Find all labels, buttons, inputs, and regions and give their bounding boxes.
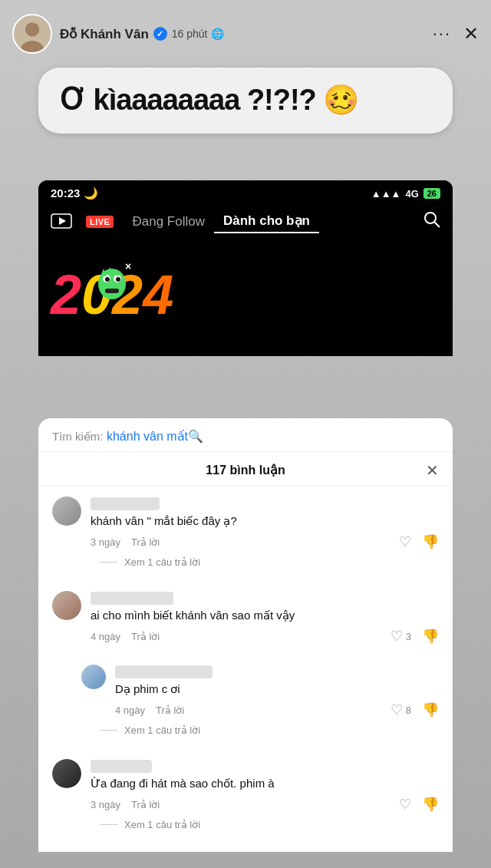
- comment-actions: ♡ 3 👎: [390, 628, 439, 645]
- battery-badge: 26: [423, 188, 440, 199]
- phone-bottom: [38, 348, 453, 356]
- comment-time: 4 ngày: [91, 631, 120, 642]
- heart-icon: ♡: [390, 701, 403, 718]
- comment-avatar: [52, 591, 81, 620]
- like-button[interactable]: ♡ 3: [390, 628, 411, 645]
- reply-line: [100, 562, 118, 563]
- comment-body: ░░░░░░░░ khánh vân " mắt biếc đây ạ? 3 n…: [91, 497, 439, 550]
- reply-button[interactable]: Trả lời: [131, 536, 160, 548]
- nav-tab-following[interactable]: Đang Follow: [123, 211, 214, 233]
- comment-actions: ♡ 8 👎: [390, 701, 439, 718]
- digit-2a: 2: [51, 267, 81, 322]
- moon-icon: 🌙: [84, 186, 98, 200]
- reply-button[interactable]: Trả lời: [156, 705, 184, 716]
- search-button[interactable]: [423, 211, 440, 232]
- comment-meta: 3 ngày Trả lời ♡ 👎: [91, 796, 439, 813]
- view-replies-label: Xem 1 câu trả lời: [124, 724, 200, 736]
- nav-tab-for-you[interactable]: Dành cho bạn: [214, 210, 319, 233]
- signal-icon: ▲▲▲: [371, 188, 401, 200]
- network-type: 4G: [405, 188, 418, 200]
- comment-text: khánh vân " mắt biếc đây ạ?: [91, 513, 439, 529]
- view-replies-label: Xem 1 câu trả lời: [124, 819, 200, 830]
- comment-item: ░░░░░░░░░░ ai cho mình biết khánh vân sa…: [38, 580, 453, 648]
- comment-meta: 4 ngày Trả lời ♡ 3 👎: [91, 628, 439, 645]
- like-count: 3: [406, 631, 411, 642]
- bubble-text: Ơ kìaaaaaaaa ?!?!? 🥴: [60, 84, 358, 116]
- svg-point-13: [116, 277, 120, 282]
- view-replies-label: Xem 1 câu trả lời: [124, 556, 200, 568]
- dislike-button[interactable]: 👎: [422, 533, 439, 550]
- verified-icon: ✓: [153, 27, 167, 41]
- close-comments-button[interactable]: ✕: [426, 461, 439, 480]
- comments-header: 117 bình luận ✕: [38, 452, 453, 486]
- status-icons: ▲▲▲ 4G 26: [371, 188, 440, 200]
- comment-avatar: [81, 665, 106, 689]
- like-button[interactable]: ♡ 8: [390, 701, 411, 718]
- comment-username: ░░░░░░░░░░: [91, 592, 173, 605]
- comment-username: ░░░░░░░░░░░░: [115, 665, 213, 678]
- top-actions: ··· ✕: [433, 23, 479, 45]
- comment-text: ai cho mình biết khánh vân sao mất vậy: [91, 607, 439, 623]
- comment-text: Dạ phim c ơi: [115, 681, 439, 697]
- reply-button[interactable]: Trả lời: [131, 631, 160, 642]
- comment-section: Tìm kiếm: khánh vân mất🔍 117 bình luận ✕…: [38, 418, 453, 852]
- username: Đỗ Khánh Vân: [60, 26, 149, 42]
- svg-point-5: [425, 213, 436, 223]
- svg-point-1: [25, 22, 39, 36]
- svg-rect-14: [105, 289, 119, 293]
- comment-item: ░░░░░░░░ khánh vân " mắt biếc đây ạ? 3 n…: [38, 486, 453, 553]
- globe-icon: 🌐: [211, 28, 224, 40]
- search-bar: Tìm kiếm: khánh vân mất🔍: [38, 418, 453, 452]
- view-replies[interactable]: Xem 1 câu trả lời: [86, 721, 453, 742]
- reply-button[interactable]: Trả lời: [131, 799, 160, 810]
- comment-body: ░░░░░░░░░░ ai cho mình biết khánh vân sa…: [91, 591, 439, 645]
- reply-line: [100, 730, 118, 731]
- top-bar: Đỗ Khánh Vân ✓ 16 phút 🌐 ··· ✕: [0, 0, 491, 63]
- view-replies[interactable]: Xem 1 câu trả lời: [86, 553, 453, 574]
- view-replies[interactable]: Xem 1 câu trả lời: [86, 816, 453, 837]
- comments-count: 117 bình luận: [206, 463, 285, 477]
- like-button[interactable]: ♡: [399, 796, 411, 813]
- user-info: Đỗ Khánh Vân ✓ 16 phút 🌐: [60, 26, 433, 42]
- search-query: khánh vân mất🔍: [107, 430, 203, 443]
- phone-screen: 20:23 🌙 ▲▲▲ 4G 26 LIVE Đang Follow Dành …: [38, 180, 453, 356]
- close-button[interactable]: ✕: [463, 23, 479, 45]
- comment-item: ░░░░░░░░░░░░ Dạ phim c ơi 4 ngày Trả lời…: [38, 654, 453, 721]
- comment-text: Ừa đang đi hát mà sao chốt. phim à: [91, 775, 439, 791]
- live-badge: LIVE: [86, 216, 114, 228]
- comment-item: ░░░░░░░ Ừa đang đi hát mà sao chốt. phim…: [38, 748, 453, 816]
- time-ago: 16 phút: [172, 28, 208, 40]
- reply-line: [100, 824, 118, 825]
- comment-username: ░░░░░░░░: [91, 497, 160, 510]
- time-info: 16 phút 🌐: [172, 28, 224, 40]
- speech-bubble: Ơ kìaaaaaaaa ?!?!? 🥴: [38, 68, 453, 134]
- like-button[interactable]: ♡: [399, 533, 411, 550]
- dislike-button[interactable]: 👎: [422, 701, 439, 718]
- svg-marker-4: [59, 217, 66, 225]
- comment-time: 3 ngày: [91, 799, 120, 810]
- comment-actions: ♡ 👎: [399, 796, 439, 813]
- dislike-button[interactable]: 👎: [422, 796, 439, 813]
- comment-body: ░░░░░░░ Ừa đang đi hát mà sao chốt. phim…: [91, 759, 439, 813]
- comment-username: ░░░░░░░: [91, 760, 152, 773]
- phone-status-bar: 20:23 🌙 ▲▲▲ 4G 26: [38, 180, 453, 203]
- svg-text:×: ×: [125, 260, 131, 272]
- more-options-button[interactable]: ···: [433, 24, 451, 44]
- search-label: Tìm kiếm:: [52, 430, 104, 443]
- comment-time: 3 ngày: [91, 536, 120, 548]
- monster-icon: ×: [93, 259, 131, 305]
- avatar[interactable]: [12, 14, 52, 54]
- like-count: 8: [406, 705, 411, 716]
- comment-actions: ♡ 👎: [399, 533, 439, 550]
- comment-divider: [38, 648, 453, 654]
- comment-time: 4 ngày: [115, 705, 145, 716]
- heart-icon: ♡: [399, 533, 411, 550]
- tiktok-content: 2 0 2 4: [38, 241, 453, 348]
- comment-divider: [38, 574, 453, 580]
- comment-meta: 4 ngày Trả lời ♡ 8 👎: [115, 701, 439, 718]
- comment-meta: 3 ngày Trả lời ♡ 👎: [91, 533, 439, 550]
- digit-4: 4: [143, 267, 173, 322]
- dislike-button[interactable]: 👎: [422, 628, 439, 645]
- comment-avatar: [52, 497, 81, 526]
- svg-line-6: [434, 222, 440, 227]
